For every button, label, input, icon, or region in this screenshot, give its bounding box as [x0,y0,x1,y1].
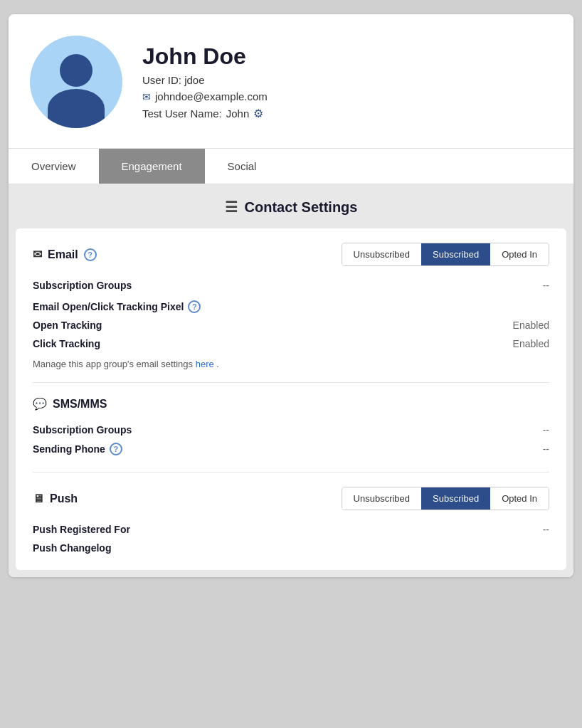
click-tracking-label: Click Tracking [33,338,100,349]
manage-link[interactable]: here [196,359,214,369]
sending-phone-row: Sending Phone ? -- [33,439,549,459]
click-tracking-row: Click Tracking Enabled [33,334,549,353]
avatar-head [60,54,92,87]
push-title-row: 🖥 Push Unsubscribed Subscribed Opted In [33,487,549,510]
tab-overview[interactable]: Overview [9,149,99,184]
open-tracking-row: Open Tracking Enabled [33,316,549,334]
userid-value: jdoe [184,74,204,86]
email-section: ✉ Email ? Unsubscribed Subscribed Opted … [33,228,549,383]
testname-label: Test User Name: [142,107,222,120]
sms-section-icon: 💬 [33,397,47,411]
sms-subscription-groups-label: Subscription Groups [33,424,132,436]
tracking-help-icon[interactable]: ? [188,300,201,313]
push-registered-label: Push Registered For [33,524,130,535]
contact-settings-icon: ☰ [225,199,238,216]
push-toggle-group: Unsubscribed Subscribed Opted In [342,487,549,510]
email-title-row: ✉ Email ? Unsubscribed Subscribed Opted … [33,243,549,266]
gear-icon[interactable]: ⚙ [253,107,263,120]
push-subscribed-btn[interactable]: Subscribed [421,487,490,510]
tab-social[interactable]: Social [205,149,280,184]
email-toggle-group: Unsubscribed Subscribed Opted In [342,243,549,266]
email-optedin-btn[interactable]: Opted In [490,243,549,265]
sms-subscription-groups-row: Subscription Groups -- [33,421,549,439]
manage-text-suffix: . [216,359,219,369]
tab-engagement[interactable]: Engagement [99,149,205,184]
email-icon: ✉ [142,91,151,102]
tabs-bar: Overview Engagement Social [9,148,573,184]
push-section-icon: 🖥 [33,492,44,505]
profile-userid: User ID: jdoe [142,74,268,86]
tracking-title-text: Email Open/Click Tracking Pixel [33,301,184,312]
contact-settings-title: Contact Settings [245,199,358,216]
subscription-groups-label: Subscription Groups [33,280,132,291]
manage-text-prefix: Manage this app group's email settings [33,359,193,369]
subscription-groups-value: -- [543,280,549,291]
manage-text: Manage this app group's email settings h… [33,353,549,369]
contact-settings-header: ☰ Contact Settings [9,184,573,228]
subscription-groups-row: Subscription Groups -- [33,276,549,295]
profile-testname: Test User Name: John ⚙ [142,107,268,120]
email-section-icon: ✉ [33,248,42,261]
email-title-text: Email [48,248,78,261]
avatar [30,36,122,128]
push-registered-value: -- [543,524,549,535]
email-subscribed-btn[interactable]: Subscribed [421,243,490,265]
sms-title-text: SMS/MMS [53,398,107,411]
push-title-text: Push [50,492,78,505]
push-changelog-row: Push Changelog [33,539,549,557]
profile-email: johndoe@example.com [155,90,268,102]
profile-header: John Doe User ID: jdoe ✉ johndoe@example… [9,14,573,148]
sms-title-row: 💬 SMS/MMS [33,397,549,411]
open-tracking-label: Open Tracking [33,320,102,331]
userid-label: User ID: [142,74,181,86]
sending-phone-help-icon[interactable]: ? [110,443,122,455]
sms-section: 💬 SMS/MMS Subscription Groups -- Sending… [33,383,549,473]
inner-card: ✉ Email ? Unsubscribed Subscribed Opted … [16,228,566,570]
sending-phone-value: -- [543,443,549,455]
push-changelog-label: Push Changelog [33,542,111,554]
open-tracking-value: Enabled [513,320,549,331]
sms-section-title: 💬 SMS/MMS [33,397,107,411]
testname-value: John [226,107,250,120]
email-section-title: ✉ Email ? [33,248,97,261]
push-registered-row: Push Registered For -- [33,520,549,539]
tracking-title-row: Email Open/Click Tracking Pixel ? [33,295,549,316]
contact-settings-wrapper: ☰ Contact Settings ✉ Email ? Unsubscribe… [9,184,573,577]
click-tracking-value: Enabled [513,338,549,349]
profile-email-row: ✉ johndoe@example.com [142,90,268,102]
sms-subscription-groups-value: -- [543,424,549,436]
email-help-icon[interactable]: ? [84,248,97,261]
main-card: John Doe User ID: jdoe ✉ johndoe@example… [9,14,573,577]
push-optedin-btn[interactable]: Opted In [490,487,549,510]
profile-info: John Doe User ID: jdoe ✉ johndoe@example… [142,43,268,120]
email-unsubscribed-btn[interactable]: Unsubscribed [342,243,422,265]
avatar-body [48,89,105,128]
profile-name: John Doe [142,43,268,70]
push-section: 🖥 Push Unsubscribed Subscribed Opted In … [33,473,549,570]
sending-phone-label: Sending Phone ? [33,443,122,455]
push-section-title: 🖥 Push [33,492,78,505]
push-unsubscribed-btn[interactable]: Unsubscribed [342,487,422,510]
